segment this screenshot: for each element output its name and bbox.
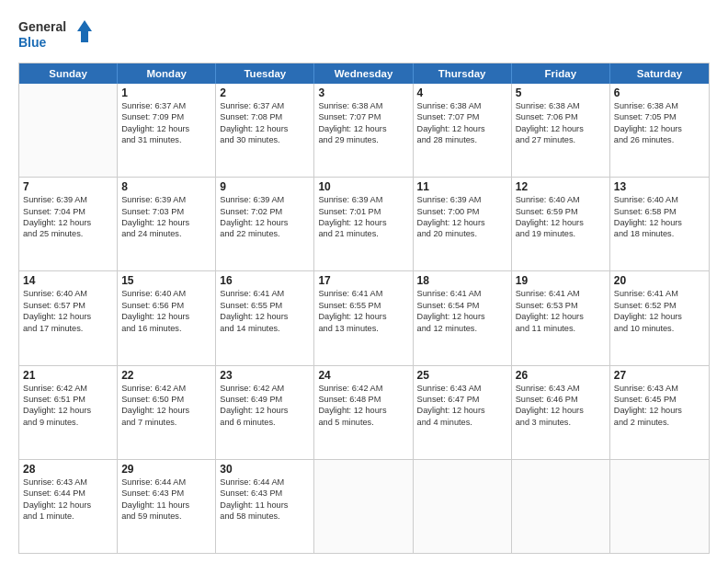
day-info: Sunrise: 6:44 AMSunset: 6:43 PMDaylight:… <box>121 477 211 523</box>
day-number: 4 <box>417 86 507 99</box>
day-info: Sunrise: 6:38 AMSunset: 7:05 PMDaylight:… <box>614 100 705 146</box>
calendar-cell: 8Sunrise: 6:39 AMSunset: 7:03 PMDaylight… <box>118 178 216 270</box>
day-number: 2 <box>220 86 310 99</box>
day-number: 8 <box>121 180 211 193</box>
day-info: Sunrise: 6:37 AMSunset: 7:08 PMDaylight:… <box>220 100 310 146</box>
day-info: Sunrise: 6:41 AMSunset: 6:52 PMDaylight:… <box>614 288 705 334</box>
calendar-cell: 16Sunrise: 6:41 AMSunset: 6:55 PMDayligh… <box>216 271 314 364</box>
day-number: 13 <box>614 180 705 193</box>
weekday-header: Sunday <box>19 63 118 84</box>
day-number: 27 <box>614 369 705 382</box>
calendar-cell: 5Sunrise: 6:38 AMSunset: 7:06 PMDaylight… <box>512 84 610 177</box>
calendar-cell <box>512 460 610 553</box>
day-number: 28 <box>23 463 113 476</box>
calendar-cell: 18Sunrise: 6:41 AMSunset: 6:54 PMDayligh… <box>414 271 512 364</box>
calendar-body: 1Sunrise: 6:37 AMSunset: 7:09 PMDaylight… <box>19 84 709 553</box>
calendar-cell: 10Sunrise: 6:39 AMSunset: 7:01 PMDayligh… <box>314 178 413 270</box>
day-info: Sunrise: 6:40 AMSunset: 6:57 PMDaylight:… <box>23 288 113 334</box>
svg-text:Blue: Blue <box>18 35 47 50</box>
calendar-cell: 2Sunrise: 6:37 AMSunset: 7:08 PMDaylight… <box>216 84 314 177</box>
day-number: 26 <box>516 369 606 382</box>
calendar-cell: 29Sunrise: 6:44 AMSunset: 6:43 PMDayligh… <box>118 460 216 553</box>
day-number: 23 <box>220 369 310 382</box>
day-number: 25 <box>417 369 507 382</box>
day-info: Sunrise: 6:41 AMSunset: 6:55 PMDaylight:… <box>318 288 408 334</box>
day-info: Sunrise: 6:38 AMSunset: 7:07 PMDaylight:… <box>318 100 408 146</box>
day-info: Sunrise: 6:43 AMSunset: 6:46 PMDaylight:… <box>516 383 606 429</box>
day-number: 9 <box>220 180 310 193</box>
calendar-cell: 21Sunrise: 6:42 AMSunset: 6:51 PMDayligh… <box>19 366 118 459</box>
calendar-cell: 1Sunrise: 6:37 AMSunset: 7:09 PMDaylight… <box>118 84 216 177</box>
day-number: 1 <box>121 86 211 99</box>
calendar-cell: 14Sunrise: 6:40 AMSunset: 6:57 PMDayligh… <box>19 271 118 364</box>
day-number: 30 <box>220 463 310 476</box>
day-info: Sunrise: 6:43 AMSunset: 6:45 PMDaylight:… <box>614 383 705 429</box>
weekday-header: Thursday <box>414 63 512 84</box>
weekday-header: Wednesday <box>314 63 413 84</box>
day-number: 18 <box>417 274 507 287</box>
calendar-cell: 12Sunrise: 6:40 AMSunset: 6:59 PMDayligh… <box>512 178 610 270</box>
calendar-row: 14Sunrise: 6:40 AMSunset: 6:57 PMDayligh… <box>19 270 709 364</box>
day-number: 20 <box>614 274 705 287</box>
weekday-header: Monday <box>118 63 216 84</box>
day-info: Sunrise: 6:40 AMSunset: 6:59 PMDaylight:… <box>516 194 606 240</box>
day-info: Sunrise: 6:40 AMSunset: 6:58 PMDaylight:… <box>614 194 705 240</box>
calendar-cell: 24Sunrise: 6:42 AMSunset: 6:48 PMDayligh… <box>314 366 413 459</box>
calendar-cell: 28Sunrise: 6:43 AMSunset: 6:44 PMDayligh… <box>19 460 118 553</box>
calendar-cell <box>314 460 413 553</box>
calendar-cell: 15Sunrise: 6:40 AMSunset: 6:56 PMDayligh… <box>118 271 216 364</box>
weekday-header: Tuesday <box>216 63 314 84</box>
day-number: 15 <box>121 274 211 287</box>
calendar-cell: 25Sunrise: 6:43 AMSunset: 6:47 PMDayligh… <box>414 366 512 459</box>
day-info: Sunrise: 6:41 AMSunset: 6:53 PMDaylight:… <box>516 288 606 334</box>
svg-marker-2 <box>77 20 92 42</box>
day-number: 24 <box>318 369 408 382</box>
calendar-header: SundayMondayTuesdayWednesdayThursdayFrid… <box>19 63 709 84</box>
calendar-cell: 30Sunrise: 6:44 AMSunset: 6:43 PMDayligh… <box>216 460 314 553</box>
calendar-cell: 22Sunrise: 6:42 AMSunset: 6:50 PMDayligh… <box>118 366 216 459</box>
day-info: Sunrise: 6:39 AMSunset: 7:02 PMDaylight:… <box>220 194 310 240</box>
weekday-header: Saturday <box>610 63 709 84</box>
calendar-cell <box>414 460 512 553</box>
day-number: 19 <box>516 274 606 287</box>
logo: General Blue <box>18 17 101 53</box>
calendar-cell: 4Sunrise: 6:38 AMSunset: 7:07 PMDaylight… <box>414 84 512 177</box>
day-number: 17 <box>318 274 408 287</box>
calendar-cell <box>610 460 709 553</box>
page-header: General Blue <box>18 17 710 53</box>
day-number: 3 <box>318 86 408 99</box>
calendar-cell: 17Sunrise: 6:41 AMSunset: 6:55 PMDayligh… <box>314 271 413 364</box>
calendar-cell: 6Sunrise: 6:38 AMSunset: 7:05 PMDaylight… <box>610 84 709 177</box>
day-number: 5 <box>516 86 606 99</box>
calendar-cell: 23Sunrise: 6:42 AMSunset: 6:49 PMDayligh… <box>216 366 314 459</box>
calendar-cell: 26Sunrise: 6:43 AMSunset: 6:46 PMDayligh… <box>512 366 610 459</box>
calendar-cell: 7Sunrise: 6:39 AMSunset: 7:04 PMDaylight… <box>19 178 118 270</box>
day-number: 12 <box>516 180 606 193</box>
calendar-row: 1Sunrise: 6:37 AMSunset: 7:09 PMDaylight… <box>19 84 709 177</box>
calendar: SundayMondayTuesdayWednesdayThursdayFrid… <box>18 63 710 554</box>
logo-icon: General Blue <box>18 17 101 53</box>
day-info: Sunrise: 6:42 AMSunset: 6:51 PMDaylight:… <box>23 383 113 429</box>
calendar-cell: 19Sunrise: 6:41 AMSunset: 6:53 PMDayligh… <box>512 271 610 364</box>
day-info: Sunrise: 6:38 AMSunset: 7:06 PMDaylight:… <box>516 100 606 146</box>
calendar-cell: 11Sunrise: 6:39 AMSunset: 7:00 PMDayligh… <box>414 178 512 270</box>
calendar-cell: 9Sunrise: 6:39 AMSunset: 7:02 PMDaylight… <box>216 178 314 270</box>
day-number: 16 <box>220 274 310 287</box>
day-info: Sunrise: 6:41 AMSunset: 6:54 PMDaylight:… <box>417 288 507 334</box>
calendar-cell: 13Sunrise: 6:40 AMSunset: 6:58 PMDayligh… <box>610 178 709 270</box>
calendar-row: 28Sunrise: 6:43 AMSunset: 6:44 PMDayligh… <box>19 459 709 553</box>
day-number: 22 <box>121 369 211 382</box>
day-number: 6 <box>614 86 705 99</box>
day-number: 7 <box>23 180 113 193</box>
calendar-row: 21Sunrise: 6:42 AMSunset: 6:51 PMDayligh… <box>19 365 709 459</box>
day-info: Sunrise: 6:42 AMSunset: 6:48 PMDaylight:… <box>318 383 408 429</box>
calendar-cell: 20Sunrise: 6:41 AMSunset: 6:52 PMDayligh… <box>610 271 709 364</box>
day-info: Sunrise: 6:41 AMSunset: 6:55 PMDaylight:… <box>220 288 310 334</box>
day-info: Sunrise: 6:42 AMSunset: 6:49 PMDaylight:… <box>220 383 310 429</box>
calendar-row: 7Sunrise: 6:39 AMSunset: 7:04 PMDaylight… <box>19 177 709 270</box>
day-info: Sunrise: 6:37 AMSunset: 7:09 PMDaylight:… <box>121 100 211 146</box>
weekday-header: Friday <box>512 63 610 84</box>
day-info: Sunrise: 6:39 AMSunset: 7:04 PMDaylight:… <box>23 194 113 240</box>
day-info: Sunrise: 6:39 AMSunset: 7:03 PMDaylight:… <box>121 194 211 240</box>
day-info: Sunrise: 6:40 AMSunset: 6:56 PMDaylight:… <box>121 288 211 334</box>
